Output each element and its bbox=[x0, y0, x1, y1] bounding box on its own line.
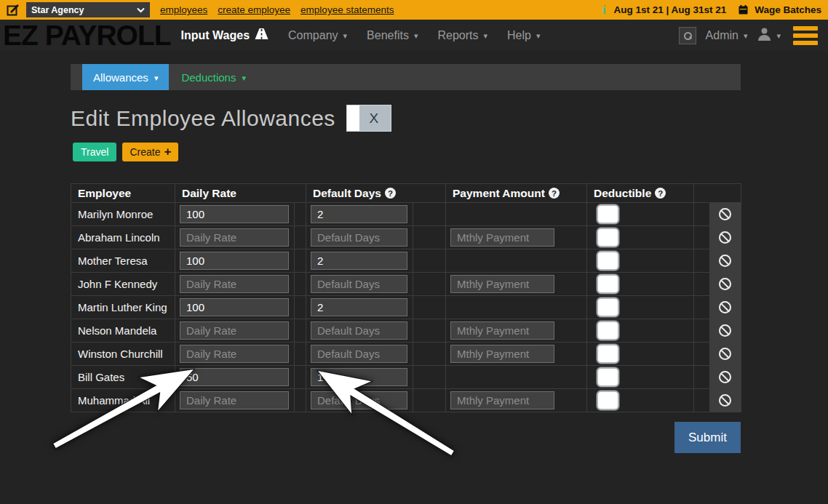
create-button[interactable]: Create + bbox=[122, 143, 178, 161]
disable-row-button[interactable] bbox=[709, 273, 741, 295]
daily-rate-input[interactable] bbox=[180, 298, 289, 316]
monthly-payment-input[interactable] bbox=[450, 275, 554, 293]
link-employees[interactable]: employees bbox=[160, 4, 207, 15]
disable-row-button[interactable] bbox=[709, 319, 741, 342]
help-icon[interactable]: ? bbox=[385, 188, 396, 199]
admin-menu[interactable]: Admin ▾ bbox=[706, 29, 748, 42]
default-days-input[interactable] bbox=[311, 345, 407, 363]
main-nav: Input Wages Company ▾ Benefits ▾ Reports… bbox=[181, 28, 541, 42]
agency-select[interactable]: Star Agency bbox=[26, 2, 150, 17]
default-days-input[interactable] bbox=[311, 252, 407, 270]
spacer-cell bbox=[295, 203, 306, 226]
spacer-cell bbox=[413, 343, 446, 366]
ban-icon bbox=[719, 371, 731, 383]
user-menu[interactable]: ▾ bbox=[757, 27, 781, 44]
daily-rate-input[interactable] bbox=[180, 228, 289, 247]
tab-label: Allowances bbox=[93, 71, 148, 84]
default-days-input[interactable] bbox=[311, 275, 407, 293]
disable-row-button[interactable] bbox=[709, 366, 741, 388]
info-icon[interactable]: i bbox=[602, 4, 605, 17]
daily-rate-input[interactable] bbox=[180, 275, 289, 293]
default-days-input[interactable] bbox=[311, 228, 407, 247]
nav-item-label: Reports bbox=[437, 29, 478, 42]
navbar-right: Admin ▾ ▾ bbox=[679, 26, 818, 45]
daily-rate-input[interactable] bbox=[180, 205, 289, 223]
disable-row-button[interactable] bbox=[709, 343, 741, 365]
search-icon bbox=[684, 32, 691, 39]
close-edit-toggle[interactable]: X bbox=[346, 105, 391, 132]
chevron-down-icon bbox=[137, 7, 145, 13]
table-row: Muhammad Ali bbox=[71, 389, 741, 412]
daily-rate-input[interactable] bbox=[180, 321, 289, 340]
spacer-cell bbox=[295, 389, 306, 412]
default-days-input[interactable] bbox=[311, 368, 407, 386]
deductible-checkbox[interactable] bbox=[597, 321, 619, 340]
deductible-checkbox[interactable] bbox=[597, 391, 619, 410]
ban-icon bbox=[719, 324, 731, 337]
default-days-input[interactable] bbox=[311, 391, 407, 409]
nav-item-company[interactable]: Company ▾ bbox=[288, 29, 347, 42]
table-row: Winston Churchill bbox=[71, 343, 741, 366]
daily-rate-input[interactable] bbox=[180, 345, 289, 363]
nav-item-input-wages[interactable]: Input Wages bbox=[181, 28, 269, 42]
help-icon[interactable]: ? bbox=[655, 188, 666, 199]
employee-name: Winston Churchill bbox=[71, 343, 175, 366]
daily-rate-input[interactable] bbox=[180, 391, 289, 409]
default-days-input[interactable] bbox=[311, 298, 407, 316]
wage-batches-link[interactable]: Wage Batches bbox=[755, 4, 821, 15]
tab-deductions[interactable]: Deductions ▾ bbox=[170, 64, 257, 90]
edit-agency-icon[interactable] bbox=[7, 4, 20, 17]
nav-item-label: Input Wages bbox=[181, 29, 250, 42]
disable-row-button[interactable] bbox=[709, 389, 741, 412]
deductible-checkbox[interactable] bbox=[597, 251, 619, 271]
submit-row: Submit bbox=[71, 412, 741, 453]
pay-period-range[interactable]: Aug 1st 21 | Aug 31st 21 bbox=[613, 4, 726, 15]
nav-item-help[interactable]: Help ▾ bbox=[507, 29, 540, 42]
title-row: Edit Employee Allowances X bbox=[71, 105, 828, 132]
allowances-table-body: Marilyn Monroe Abraham Lincoln Mother Te… bbox=[71, 203, 741, 412]
disable-row-button[interactable] bbox=[709, 226, 741, 249]
nav-item-label: Help bbox=[507, 29, 531, 42]
hamburger-menu-icon[interactable] bbox=[793, 26, 818, 45]
default-days-input[interactable] bbox=[311, 321, 407, 340]
monthly-payment-input[interactable] bbox=[450, 228, 554, 247]
col-header-actions bbox=[694, 184, 741, 203]
ban-icon bbox=[719, 301, 731, 313]
spacer-cell bbox=[413, 389, 446, 412]
chevron-down-icon: ▾ bbox=[242, 74, 246, 82]
daily-rate-input[interactable] bbox=[180, 252, 289, 270]
chevron-down-icon: ▾ bbox=[536, 32, 541, 40]
link-employee-statements[interactable]: employee statements bbox=[300, 4, 394, 15]
disable-row-button[interactable] bbox=[709, 203, 741, 225]
deductible-checkbox[interactable] bbox=[597, 367, 619, 387]
spacer-cell bbox=[295, 226, 306, 249]
disable-row-button[interactable] bbox=[709, 249, 741, 272]
plus-icon: + bbox=[164, 147, 171, 157]
table-row: Bill Gates bbox=[71, 366, 741, 389]
spacer-cell bbox=[413, 203, 446, 226]
default-days-input[interactable] bbox=[311, 205, 407, 223]
monthly-payment-input[interactable] bbox=[450, 321, 554, 340]
monthly-payment-input[interactable] bbox=[450, 391, 554, 409]
nav-item-reports[interactable]: Reports ▾ bbox=[437, 29, 487, 42]
help-icon[interactable]: ? bbox=[549, 188, 560, 199]
chevron-down-icon: ▾ bbox=[483, 32, 487, 40]
ban-icon bbox=[719, 208, 731, 220]
chevron-down-icon: ▾ bbox=[744, 32, 748, 40]
search-button[interactable] bbox=[679, 27, 696, 44]
monthly-payment-input[interactable] bbox=[450, 345, 554, 363]
daily-rate-input[interactable] bbox=[180, 368, 289, 386]
submit-button[interactable]: Submit bbox=[674, 422, 741, 453]
travel-button[interactable]: Travel bbox=[73, 143, 116, 161]
employee-name: Martin Luther King bbox=[71, 296, 175, 319]
deductible-checkbox[interactable] bbox=[597, 228, 619, 247]
nav-item-benefits[interactable]: Benefits ▾ bbox=[367, 29, 418, 42]
link-create-employee[interactable]: create employee bbox=[218, 4, 290, 15]
tab-allowances[interactable]: Allowances ▾ bbox=[82, 64, 169, 90]
disable-row-button[interactable] bbox=[709, 296, 741, 319]
deductible-checkbox[interactable] bbox=[597, 297, 619, 317]
deductible-checkbox[interactable] bbox=[597, 344, 619, 364]
deductible-checkbox[interactable] bbox=[597, 204, 619, 224]
page-content: Allowances ▾ Deductions ▾ Edit Employee … bbox=[0, 64, 828, 453]
deductible-checkbox[interactable] bbox=[597, 274, 619, 294]
